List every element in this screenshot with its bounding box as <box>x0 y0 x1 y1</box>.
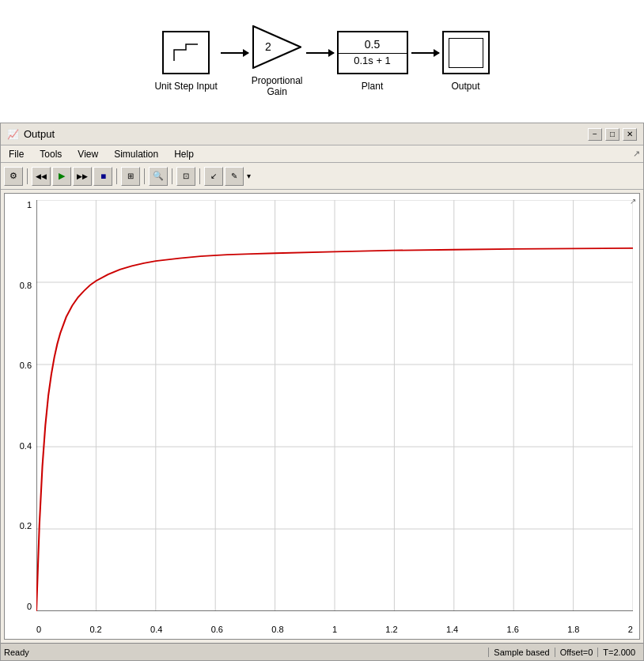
y-tick-08: 0.8 <box>20 281 32 290</box>
toolbar: ⚙ ◀◀ ▶ ▶▶ ⏹ ⊞ 🔍 ⊡ ↙ ✎ ▾ <box>1 163 643 190</box>
tb-zoom-in[interactable]: 🔍 <box>149 167 168 186</box>
arrow-3 <box>411 52 439 54</box>
title-bar: 📈 Output − □ ✕ <box>1 123 643 145</box>
output-block[interactable]: Output <box>442 31 490 92</box>
gain-block[interactable]: 2 ProportionalGain <box>252 25 303 97</box>
menu-tools[interactable]: Tools <box>35 147 66 161</box>
arrow-2 <box>306 52 334 54</box>
tb-dropdown: ▾ <box>247 172 251 180</box>
svg-marker-0 <box>253 26 301 68</box>
tb-stop[interactable]: ⏹ <box>93 167 112 186</box>
window-title: Output <box>24 128 55 140</box>
x-tick-02: 0.2 <box>89 625 101 634</box>
menu-bar: File Tools View Simulation Help ↗ <box>1 145 643 163</box>
plot-svg <box>36 200 633 611</box>
plant-denominator: 0.1s + 1 <box>354 54 391 68</box>
gain-shape: 2 <box>252 25 301 69</box>
plant-numerator: 0.5 <box>339 37 407 53</box>
tb-edit[interactable]: ✎ <box>225 167 244 186</box>
arrow-1 <box>221 52 248 54</box>
tb-sep-4 <box>172 168 172 184</box>
tb-sep-5 <box>199 168 200 184</box>
tb-sep-2 <box>116 168 117 184</box>
y-tick-04: 0.4 <box>20 441 32 451</box>
y-tick-0: 0 <box>27 602 32 611</box>
x-tick-1: 1 <box>332 625 337 634</box>
x-tick-06: 0.6 <box>211 625 223 634</box>
status-right: Sample based Offset=0 T=2.000 <box>488 648 640 657</box>
plant-block[interactable]: 0.5 0.1s + 1 Plant <box>337 31 408 92</box>
tb-sep-1 <box>27 168 28 184</box>
plant-shape: 0.5 0.1s + 1 <box>337 31 408 74</box>
help-arrow: ↗ <box>633 149 640 159</box>
x-axis-labels: 0 0.2 0.4 0.6 0.8 1 1.2 1.4 1.6 1.8 2 <box>36 625 633 634</box>
y-tick-02: 0.2 <box>20 521 32 531</box>
tb-rewind[interactable]: ◀◀ <box>32 167 51 186</box>
tb-step[interactable]: ▶▶ <box>73 167 92 186</box>
matlab-window: 📈 Output − □ ✕ File Tools View Simulatio… <box>0 123 644 661</box>
tb-fit[interactable]: ⊡ <box>176 167 195 186</box>
window-controls: − □ ✕ <box>588 128 637 141</box>
y-tick-1: 1 <box>27 200 32 210</box>
unit-step-block[interactable]: Unit Step Input <box>154 31 217 92</box>
tb-settings[interactable]: ⚙ <box>4 167 23 186</box>
gain-label: ProportionalGain <box>252 75 303 97</box>
status-bar: Ready Sample based Offset=0 T=2.000 <box>1 643 643 660</box>
maximize-button[interactable]: □ <box>605 128 619 141</box>
unit-step-shape <box>162 31 210 74</box>
x-tick-04: 0.4 <box>150 625 162 634</box>
tb-play[interactable]: ▶ <box>52 167 71 186</box>
x-tick-18: 1.8 <box>567 625 579 634</box>
plot-area: ↗ 1 0.8 0.6 0.4 0.2 0 <box>4 193 640 640</box>
tb-sep-3 <box>144 168 145 184</box>
tb-save[interactable]: ↙ <box>204 167 223 186</box>
menu-file[interactable]: File <box>4 147 28 161</box>
plant-label: Plant <box>362 81 383 92</box>
status-sample-based: Sample based <box>488 648 554 657</box>
x-tick-14: 1.4 <box>446 625 458 634</box>
minimize-button[interactable]: − <box>588 128 602 141</box>
menu-help[interactable]: Help <box>169 147 199 161</box>
x-tick-12: 1.2 <box>385 625 397 634</box>
close-button[interactable]: ✕ <box>623 128 637 141</box>
y-axis-labels: 1 0.8 0.6 0.4 0.2 0 <box>5 200 35 611</box>
diagram-area: Unit Step Input 2 ProportionalGain 0.5 0… <box>0 0 644 123</box>
unit-step-label: Unit Step Input <box>154 81 217 92</box>
status-offset: Offset=0 <box>555 648 598 657</box>
output-label: Output <box>452 81 480 92</box>
output-shape <box>442 31 490 74</box>
y-tick-06: 0.6 <box>20 361 32 370</box>
menu-view[interactable]: View <box>73 147 103 161</box>
x-tick-2: 2 <box>628 625 633 634</box>
status-ready: Ready <box>4 648 29 657</box>
window-icon: 📈 <box>7 129 19 140</box>
x-tick-16: 1.6 <box>507 625 519 634</box>
x-tick-0: 0 <box>36 625 41 634</box>
x-tick-08: 0.8 <box>271 625 283 634</box>
status-time: T=2.000 <box>597 648 640 657</box>
tb-layout[interactable]: ⊞ <box>121 167 140 186</box>
svg-text:2: 2 <box>265 40 271 53</box>
menu-simulation[interactable]: Simulation <box>109 147 163 161</box>
